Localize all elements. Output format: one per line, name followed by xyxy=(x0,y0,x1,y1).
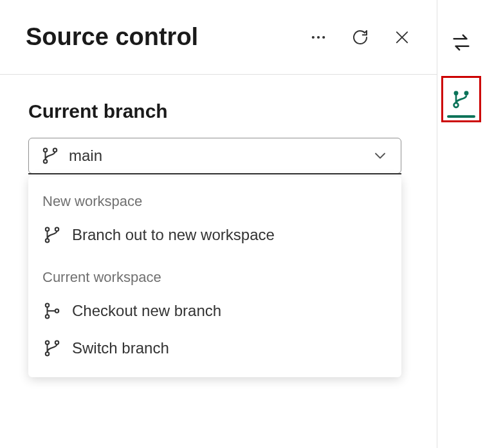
current-branch-label: Current branch xyxy=(28,100,408,122)
dropdown-section-current-workspace: Current workspace xyxy=(28,263,401,292)
swap-arrows-icon xyxy=(450,32,472,53)
refresh-icon xyxy=(351,28,370,47)
branch-icon xyxy=(42,225,62,245)
checkout-branch-icon xyxy=(42,301,62,321)
svg-point-10 xyxy=(46,315,50,319)
branch-dropdown-trigger[interactable]: main xyxy=(28,138,401,174)
source-control-panel: Source control Cu xyxy=(0,0,437,448)
right-rail xyxy=(437,0,485,448)
ellipsis-icon xyxy=(309,28,327,46)
branch-dropdown: main New workspace Branch out to new wor… xyxy=(28,138,401,174)
panel-title: Source control xyxy=(26,23,309,51)
svg-point-15 xyxy=(454,91,459,95)
dropdown-item-label: Branch out to new workspace xyxy=(72,226,275,244)
svg-point-9 xyxy=(46,304,50,308)
more-options-button[interactable] xyxy=(309,28,327,46)
branch-dropdown-value: main xyxy=(69,147,362,165)
panel-content: Current branch main New workspace xyxy=(0,75,437,200)
branch-icon xyxy=(42,339,62,358)
dropdown-section-new-workspace: New workspace xyxy=(28,187,401,216)
svg-point-1 xyxy=(317,35,320,38)
svg-point-3 xyxy=(44,149,48,153)
svg-point-8 xyxy=(55,228,59,232)
svg-point-5 xyxy=(53,149,57,153)
svg-point-16 xyxy=(454,103,459,107)
branch-dropdown-menu: New workspace Branch out to new workspac… xyxy=(28,176,401,377)
dropdown-item-label: Checkout new branch xyxy=(72,302,221,320)
header-actions xyxy=(309,28,411,47)
chevron-down-icon xyxy=(371,147,389,165)
panel-header: Source control xyxy=(0,0,437,75)
dropdown-item-label: Switch branch xyxy=(72,339,169,357)
rail-item-sync[interactable] xyxy=(443,24,479,61)
branch-icon xyxy=(41,146,60,165)
svg-point-6 xyxy=(46,228,50,232)
svg-point-7 xyxy=(46,239,50,243)
git-branch-icon xyxy=(451,89,471,109)
dropdown-item-switch[interactable]: Switch branch xyxy=(28,330,401,367)
svg-point-12 xyxy=(46,341,50,345)
svg-point-17 xyxy=(464,91,469,95)
rail-item-source-control[interactable] xyxy=(441,76,481,122)
svg-point-4 xyxy=(44,160,48,163)
dropdown-item-branch-out[interactable]: Branch out to new workspace xyxy=(28,216,401,254)
svg-point-14 xyxy=(55,341,59,345)
svg-point-13 xyxy=(46,352,50,356)
close-button[interactable] xyxy=(393,28,411,46)
refresh-button[interactable] xyxy=(351,28,370,47)
svg-point-0 xyxy=(312,35,315,38)
svg-point-2 xyxy=(322,35,325,38)
close-icon xyxy=(393,28,411,46)
dropdown-item-checkout[interactable]: Checkout new branch xyxy=(28,292,401,330)
svg-point-11 xyxy=(55,309,59,313)
